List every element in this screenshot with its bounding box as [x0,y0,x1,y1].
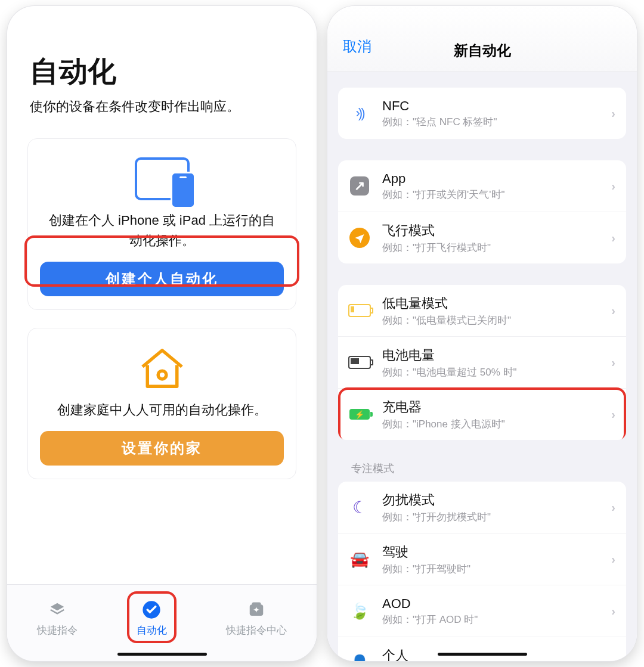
section-label-focus: 专注模式 [351,461,623,476]
moon-icon: ☾ [352,498,367,517]
home-card-caption: 创建家庭中人人可用的自动化操作。 [40,400,284,431]
trigger-title: 驾驶 [382,543,611,561]
automation-trigger-list[interactable]: ›))NFC例如："轻点 NFC 标签时"› ↗App例如："打开或关闭'天气'… [327,72,637,661]
trigger-title: 勿扰模式 [382,491,611,509]
battery-charging-icon: ⚡ [349,409,370,420]
trigger-title: 电池电量 [382,346,611,364]
clock-check-icon [141,600,162,620]
gallery-icon: ✦ [246,600,267,620]
create-personal-automation-button[interactable]: 创建个人自动化 [40,262,284,296]
trigger-row[interactable]: 低电量模式例如："低电量模式已关闭时"› [338,285,626,336]
trigger-title: NFC [382,98,611,114]
trigger-subtitle: 例如："低电量模式已关闭时" [382,314,611,327]
trigger-subtitle: 例如："电池电量超过 50% 时" [382,365,611,379]
personal-automation-card: 创建在个人 iPhone 或 iPad 上运行的自动化操作。 创建个人自动化 [27,138,296,310]
trigger-subtitle: 例如："轻点 NFC 标签时" [382,115,611,129]
home-indicator [438,653,527,656]
trigger-subtitle: 例如："打开勿扰模式时" [382,510,611,524]
trigger-title: 低电量模式 [382,294,611,312]
stack-icon [47,600,67,620]
devices-icon [40,153,284,204]
trigger-row[interactable]: ☾勿扰模式例如："打开勿扰模式时"› [338,482,626,533]
battery-level-icon [348,356,371,369]
sheet-title: 新自动化 [454,41,511,60]
tab-label: 自动化 [137,623,167,637]
trigger-title: AOD [382,596,611,612]
page-subtitle: 使你的设备在条件改变时作出响应。 [30,98,294,116]
person-icon: 👤 [350,654,369,662]
chevron-right-icon: › [611,553,615,566]
tab-shortcuts[interactable]: 快捷指令 [37,600,78,637]
trigger-row[interactable]: 🚘驾驶例如："打开驾驶时"› [338,533,626,585]
svg-text:✦: ✦ [253,606,260,615]
cancel-button[interactable]: 取消 [343,37,371,56]
airplane-icon [349,228,370,248]
home-automation-card: 创建家庭中人人可用的自动化操作。 设置你的家 [27,328,296,479]
trigger-row[interactable]: 👤个人例如："打开个人时"› [338,637,626,661]
chevron-right-icon: › [611,604,615,618]
svg-point-0 [158,371,166,379]
trigger-row[interactable]: 电池电量例如："电池电量超过 50% 时"› [338,336,626,388]
battery-low-icon [348,304,371,317]
sheet-header: 取消 新自动化 [327,6,637,72]
trigger-subtitle: 例如："打开或关闭'天气'时" [382,188,611,201]
trigger-subtitle: 例如："打开驾驶时" [382,562,611,576]
trigger-title: App [382,171,611,187]
home-indicator [117,653,207,656]
trigger-subtitle: 例如："iPhone 接入电源时" [382,417,611,431]
setup-home-button[interactable]: 设置你的家 [40,431,284,466]
personal-card-caption: 创建在个人 iPhone 或 iPad 上运行的自动化操作。 [40,210,284,262]
trigger-row[interactable]: ›))NFC例如："轻点 NFC 标签时"› [338,88,626,139]
trigger-row[interactable]: ⚡充电器例如："iPhone 接入电源时"› [338,388,626,440]
device-right: 取消 新自动化 ›))NFC例如："轻点 NFC 标签时"› ↗App例如："打… [327,6,637,661]
leaf-icon: 🍃 [350,602,369,621]
house-icon [40,343,284,394]
car-icon: 🚘 [350,550,369,569]
trigger-row[interactable]: 飞行模式例如："打开飞行模式时"› [338,212,626,263]
chevron-right-icon: › [611,656,615,662]
app-icon: ↗ [350,176,369,196]
chevron-right-icon: › [611,304,615,318]
chevron-right-icon: › [611,179,615,193]
tab-bar: 快捷指令 自动化 ✦ 快捷指令中心 [7,584,317,661]
chevron-right-icon: › [611,107,615,120]
tab-gallery[interactable]: ✦ 快捷指令中心 [226,600,287,637]
chevron-right-icon: › [611,231,615,245]
trigger-row[interactable]: 🍃AOD例如："打开 AOD 时"› [338,585,626,637]
trigger-subtitle: 例如："打开飞行模式时" [382,241,611,255]
tab-label: 快捷指令 [37,623,78,637]
nfc-icon: ›)) [356,106,364,121]
device-left: 自动化 使你的设备在条件改变时作出响应。 创建在个人 iPhone 或 iPad… [7,6,317,661]
trigger-title: 飞行模式 [382,222,611,240]
tab-automation[interactable]: 自动化 [137,600,167,637]
trigger-row[interactable]: ↗App例如："打开或关闭'天气'时"› [338,160,626,212]
page-title: 自动化 [30,52,294,91]
chevron-right-icon: › [611,408,615,421]
chevron-right-icon: › [611,501,615,514]
trigger-title: 充电器 [382,398,611,416]
trigger-subtitle: 例如："打开 AOD 时" [382,613,611,626]
tab-label: 快捷指令中心 [226,623,287,637]
chevron-right-icon: › [611,356,615,370]
